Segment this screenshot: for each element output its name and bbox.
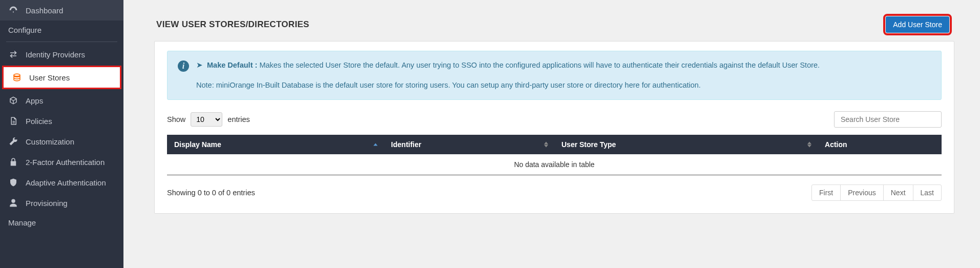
sidebar: Dashboard Configure Identity Providers U…: [0, 0, 123, 268]
sidebar-item-policies[interactable]: Policies: [0, 111, 123, 131]
sidebar-section-manage: Manage: [0, 213, 123, 232]
sidebar-item-apps[interactable]: Apps: [0, 90, 123, 111]
sidebar-item-label: 2-Factor Authentication: [26, 158, 105, 167]
sidebar-item-label: Apps: [26, 96, 43, 105]
sidebar-item-identity-providers[interactable]: Identity Providers: [0, 44, 123, 65]
cube-icon: [8, 95, 18, 106]
info-note: Note: miniOrange In-Built Database is th…: [196, 79, 820, 91]
sidebar-item-label: Provisioning: [26, 199, 68, 208]
user-icon: [8, 198, 18, 208]
page-first-button[interactable]: First: [811, 184, 841, 201]
page-last-button[interactable]: Last: [913, 184, 942, 201]
user-stores-table: Display Name Identifier User Store Type: [167, 135, 942, 175]
table-empty-row: No data available in table: [167, 154, 942, 175]
pagination: First Previous Next Last: [812, 184, 942, 201]
sidebar-item-label: Policies: [26, 117, 52, 126]
sort-asc-icon: [373, 143, 378, 146]
entries-label: entries: [227, 115, 250, 123]
sidebar-item-dashboard[interactable]: Dashboard: [0, 0, 123, 20]
entries-control: Show 10 entries: [167, 112, 250, 127]
page-next-button[interactable]: Next: [883, 184, 913, 201]
dashboard-icon: [8, 5, 18, 15]
col-identifier[interactable]: Identifier: [384, 135, 554, 154]
sidebar-item-provisioning[interactable]: Provisioning: [0, 193, 123, 213]
page-prev-button[interactable]: Previous: [840, 184, 883, 201]
table-controls: Show 10 entries: [167, 111, 942, 128]
swap-icon: [8, 49, 18, 59]
header-bar: VIEW USER STORES/DIRECTORIES Add User St…: [154, 9, 954, 41]
show-label: Show: [167, 115, 185, 123]
showing-text: Showing 0 to 0 of 0 entries: [167, 189, 255, 197]
col-action: Action: [818, 135, 942, 154]
table-footer: Showing 0 to 0 of 0 entries First Previo…: [167, 184, 942, 201]
lock-icon: [8, 157, 18, 167]
content-card: i ➤ Make Default : Makes the selected Us…: [154, 41, 954, 214]
sidebar-item-adaptive-auth[interactable]: Adaptive Authentication: [0, 172, 123, 193]
entries-select[interactable]: 10: [191, 112, 222, 127]
add-user-store-button[interactable]: Add User Store: [886, 16, 949, 33]
sidebar-item-2fa[interactable]: 2-Factor Authentication: [0, 152, 123, 172]
sort-icon: [807, 142, 811, 148]
sidebar-item-label: Dashboard: [26, 6, 63, 15]
sidebar-item-label: Identity Providers: [26, 50, 85, 59]
sidebar-item-user-stores[interactable]: User Stores: [2, 66, 121, 89]
no-data-message: No data available in table: [167, 154, 942, 175]
col-display-name[interactable]: Display Name: [167, 135, 384, 154]
shield-icon: [8, 177, 18, 188]
sidebar-item-label: User Stores: [29, 73, 70, 82]
sidebar-item-label: Customization: [26, 137, 74, 146]
database-icon: [12, 72, 22, 83]
sort-icon: [544, 142, 548, 148]
info-icon: i: [178, 60, 189, 72]
page-title: VIEW USER STORES/DIRECTORIES: [156, 19, 309, 30]
info-text: ➤ Make Default : Makes the selected User…: [196, 59, 820, 91]
cursor-icon: ➤: [196, 61, 203, 69]
col-user-store-type[interactable]: User Store Type: [554, 135, 818, 154]
search-input[interactable]: [834, 111, 942, 128]
divider: [6, 42, 117, 42]
info-heading: Make Default :: [207, 61, 257, 69]
document-icon: [8, 116, 18, 126]
wrench-icon: [8, 136, 18, 147]
main-content: VIEW USER STORES/DIRECTORIES Add User St…: [123, 0, 980, 268]
info-callout: i ➤ Make Default : Makes the selected Us…: [167, 51, 942, 100]
sidebar-item-label: Adaptive Authentication: [26, 178, 106, 187]
sidebar-section-configure: Configure: [0, 20, 123, 39]
sidebar-item-customization[interactable]: Customization: [0, 131, 123, 152]
info-body: Makes the selected User Store the defaul…: [259, 61, 820, 69]
